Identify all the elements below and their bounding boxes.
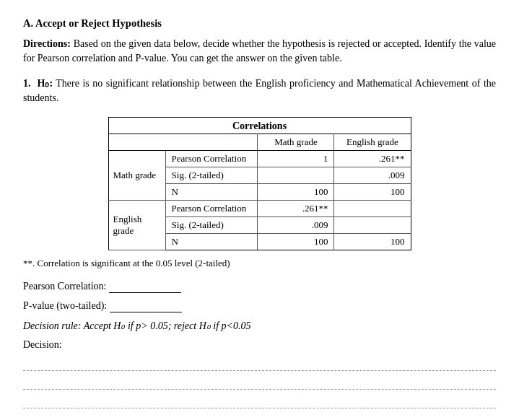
pearson-answer-section: Pearson Correlation: xyxy=(23,281,496,293)
table-footnote: **. Correlation is significant at the 0.… xyxy=(23,258,496,269)
decision-rule: Decision rule: Accept H₀ if p> 0.05; rej… xyxy=(23,320,496,332)
pvalue-answer-line[interactable] xyxy=(110,300,182,312)
math-grade-row-header: Math grade xyxy=(108,151,165,201)
n-label-english: N xyxy=(165,234,258,250)
write-line-3[interactable] xyxy=(23,394,496,408)
directions-text: Directions: Based on the given data belo… xyxy=(23,37,496,66)
table-row: Math grade Pearson Correlation 1 .261** xyxy=(108,151,411,167)
write-line-2[interactable] xyxy=(23,375,496,390)
math-sig-english-val: .009 xyxy=(258,217,334,234)
decision-section: Decision: xyxy=(23,339,496,351)
pvalue-answer-label: P-value (two-tailed): xyxy=(23,300,107,311)
table-header-empty xyxy=(108,134,258,151)
math-sig-val xyxy=(258,167,334,184)
pearson-corr-label-english: Pearson Correlation xyxy=(165,201,258,217)
n-label-math: N xyxy=(165,184,258,201)
write-line-1[interactable] xyxy=(23,356,496,371)
decision-label: Decision: xyxy=(23,339,62,350)
pvalue-answer-section: P-value (two-tailed): xyxy=(23,300,496,312)
sig-2tailed-label-math: Sig. (2-tailed) xyxy=(165,167,258,184)
math-n-english-val: 100 xyxy=(258,234,334,250)
pearson-answer-line[interactable] xyxy=(109,281,181,293)
table-header-math: Math grade xyxy=(258,134,334,151)
pearson-corr-label-math: Pearson Correlation xyxy=(165,151,258,167)
table-caption: Correlations xyxy=(108,117,411,134)
english-sig-val: .009 xyxy=(334,167,411,184)
math-pearson-english-val: .261** xyxy=(258,201,334,217)
sig-2tailed-label-english: Sig. (2-tailed) xyxy=(165,217,258,234)
problem-statement: 1. H₀: There is no significant relations… xyxy=(23,76,496,106)
correlations-table-container: Correlations Math grade English grade Ma… xyxy=(23,117,496,250)
math-n-val: 100 xyxy=(258,184,334,201)
english-pearson-val: .261** xyxy=(334,151,411,167)
table-header-english: English grade xyxy=(334,134,411,151)
section-title: A. Accept or Reject Hypothesis xyxy=(23,17,496,30)
english-n-val: 100 xyxy=(334,184,411,201)
english-pearson-english-val xyxy=(334,201,411,217)
directions-body: Based on the given data below, decide wh… xyxy=(23,38,496,64)
english-grade-row-header: Englishgrade xyxy=(108,201,165,250)
pearson-answer-label: Pearson Correlation: xyxy=(23,281,106,292)
directions-label: Directions: xyxy=(23,38,71,49)
null-hypothesis-label: H₀: xyxy=(34,78,53,89)
correlations-table: Correlations Math grade English grade Ma… xyxy=(108,117,411,250)
write-lines xyxy=(23,356,496,408)
english-n-english-val: 100 xyxy=(334,234,411,250)
problem-number: 1. xyxy=(23,78,31,89)
math-pearson-val: 1 xyxy=(258,151,334,167)
table-header-row: Math grade English grade xyxy=(108,134,411,151)
table-row: Englishgrade Pearson Correlation .261** xyxy=(108,201,411,217)
null-hypothesis-text: There is no significant relationship bet… xyxy=(23,78,496,103)
english-sig-english-val xyxy=(334,217,411,234)
